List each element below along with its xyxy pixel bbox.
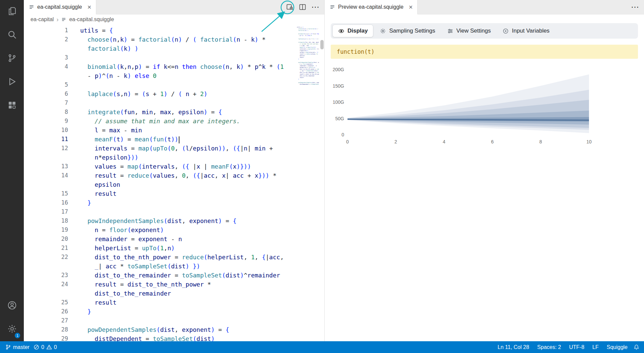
problems-item[interactable]: 0 0 <box>32 341 59 353</box>
code-row[interactable]: 10 l = max - min <box>24 126 296 135</box>
code-row[interactable]: 6 laplace(s,n) = (s + 1) / ( n + 2) <box>24 89 296 98</box>
code-row[interactable]: 5 <box>24 80 296 89</box>
code-row[interactable]: 9 // assume that min and max are integer… <box>24 117 296 126</box>
code-lines[interactable]: 1utils = {2 choose(n,k) = factorial(n) /… <box>24 26 296 341</box>
workbench: 1 ea-capital.squiggle × ⋯ ea-capital <box>0 0 644 341</box>
preview-tab-label: Input Variables <box>512 28 549 34</box>
line-number <box>24 289 68 298</box>
code-row[interactable]: 8 integrate(fun, min, max, epsilon) = { <box>24 107 296 117</box>
cursor-position[interactable]: Ln 11, Col 28 <box>496 344 531 350</box>
line-number: 10 <box>24 126 68 135</box>
account-button[interactable] <box>0 294 24 318</box>
language-mode[interactable]: Squiggle <box>605 344 630 350</box>
y-axis-tick: 150G <box>333 83 344 89</box>
code-row[interactable]: 26 } <box>24 307 296 316</box>
code-row[interactable]: - p)^(n - k) else 0 <box>24 71 296 80</box>
code-row[interactable]: 17 <box>24 207 296 216</box>
preview-tab-close-icon[interactable]: × <box>409 4 413 10</box>
code-row[interactable]: dist_to_the_remainder <box>24 289 296 298</box>
line-number: 11 <box>24 135 68 144</box>
preview-panel: Preview ea-capital.squiggle × ⋯ DisplayS… <box>324 0 644 341</box>
line-number: 5 <box>24 80 68 89</box>
code-row[interactable]: 2 choose(n,k) = factorial(n) / ( factori… <box>24 35 296 44</box>
x-axis-tick: 8 <box>539 139 542 144</box>
code-row[interactable]: factorial(k) ) <box>24 44 296 53</box>
code-row[interactable]: 4 binomial(k,n,p) = if k<=n then choose(… <box>24 62 296 71</box>
activity-item-run-debug[interactable] <box>0 71 24 94</box>
breadcrumb-folder[interactable]: ea-capital <box>31 16 54 23</box>
preview-tab-sampling-settings[interactable]: Sampling Settings <box>374 25 440 37</box>
code-row[interactable]: 1utils = { <box>24 26 296 35</box>
code-row[interactable]: 13 values = map(intervals, ({ |x | meanF… <box>24 162 296 171</box>
eol[interactable]: LF <box>590 344 601 350</box>
y-axis-tick: 50G <box>335 116 344 121</box>
line-number: 18 <box>24 216 68 225</box>
activity-item-source-control[interactable] <box>0 47 24 71</box>
breadcrumb-file[interactable]: ea-capital.squiggle <box>69 16 114 23</box>
activity-item-explorer[interactable] <box>0 0 24 24</box>
code-text: laplace(s,n) = (s + 1) / ( n + 2) <box>80 89 207 98</box>
code-text: n = floor(exponent) <box>80 225 164 234</box>
code-row[interactable]: 25 result <box>24 298 296 307</box>
line-number: 26 <box>24 307 68 316</box>
preview-tab[interactable]: Preview ea-capital.squiggle × <box>325 0 418 14</box>
git-branch-item[interactable]: master <box>3 341 32 353</box>
code-row[interactable]: 3 <box>24 53 296 62</box>
code-row[interactable]: 7 <box>24 98 296 107</box>
code-row[interactable]: 27 <box>24 316 296 325</box>
line-number: 29 <box>24 334 68 341</box>
warnings-count: 0 <box>54 344 57 350</box>
code-row[interactable]: _| acc * toSampleSet(dist) }) <box>24 262 296 271</box>
preview-tab-display[interactable]: Display <box>332 25 373 37</box>
settings-button[interactable]: 1 <box>0 318 24 341</box>
code-row[interactable]: 23 dist_to_the_remainder = toSampleSet(d… <box>24 271 296 280</box>
code-row[interactable]: 20 remainder = exponent - n <box>24 234 296 244</box>
x-axis-tick: 10 <box>586 139 592 144</box>
activity-bar: 1 <box>0 0 24 341</box>
code-row[interactable]: 11 meanF(t) = mean(fun(t)) <box>24 135 296 144</box>
code-text: choose(n,k) = factorial(n) / ( factorial… <box>80 35 266 44</box>
notifications-icon[interactable] <box>634 344 639 350</box>
code-row[interactable]: epsilon <box>24 180 296 189</box>
code-row[interactable]: 14 result = reduce(values, 0, ({|acc, x|… <box>24 171 296 180</box>
code-row[interactable]: 28 powDependentSamples(dist, exponent) =… <box>24 325 296 334</box>
editor-more-icon[interactable]: ⋯ <box>310 1 321 13</box>
encoding[interactable]: UTF-8 <box>567 344 586 350</box>
code-row[interactable]: 29 distDependent = toSampleSet(dist) <box>24 334 296 341</box>
indentation[interactable]: Spaces: 2 <box>535 344 563 350</box>
y-axis-tick: 100G <box>333 99 344 105</box>
warnings-icon <box>46 344 52 350</box>
activity-item-search[interactable] <box>0 24 24 47</box>
activity-item-extensions[interactable] <box>0 94 24 118</box>
panel-more-icon[interactable]: ⋯ <box>629 1 641 13</box>
code-row[interactable]: 21 helperList = upTo(1,n) <box>24 244 296 253</box>
preview-tab-label: View Settings <box>457 28 491 34</box>
preview-tab-input-variables[interactable]: Input Variables <box>497 25 555 37</box>
code-row[interactable]: n*epsilon})) <box>24 153 296 162</box>
code-row[interactable]: 22 dist_to_the_nth_power = reduce(helper… <box>24 253 296 262</box>
code-row[interactable]: 18 powIndependentSamples(dist, exponent)… <box>24 216 296 225</box>
code-text: utils = { <box>80 26 113 35</box>
run-debug-icon <box>7 77 17 88</box>
code-row[interactable]: 16 } <box>24 198 296 207</box>
code-row[interactable]: 15 result <box>24 189 296 198</box>
editor-tab[interactable]: ea-capital.squiggle × <box>24 0 96 14</box>
line-number: 22 <box>24 253 68 262</box>
tab-close-icon[interactable]: × <box>87 4 91 10</box>
line-number: 9 <box>24 117 68 126</box>
code-row[interactable]: 12 intervals = map(upTo(0, (l/epsilon)),… <box>24 144 296 153</box>
scrollbar-thumb[interactable] <box>320 40 324 49</box>
line-number: 8 <box>24 107 68 117</box>
open-preview-icon[interactable] <box>284 1 296 13</box>
preview-tab-view-settings[interactable]: View Settings <box>442 25 496 37</box>
line-number <box>24 153 68 162</box>
code-row[interactable]: 19 n = floor(exponent) <box>24 225 296 234</box>
split-editor-icon[interactable] <box>297 1 308 13</box>
editor[interactable]: 1utils = {2 choose(n,k) = factorial(n) /… <box>24 25 324 341</box>
code-text: l = max - min <box>80 126 142 135</box>
minimap[interactable]: utils = { choose(n,k) = factorial(n) / (… <box>297 27 319 228</box>
code-text: result = reduce(values, 0, ({|acc, x| ac… <box>80 171 276 180</box>
code-row[interactable]: 24 result = dist_to_the_nth_power * <box>24 280 296 289</box>
panel-actions: ⋯ <box>629 0 644 14</box>
code-text: intervals = map(upTo(0, (l/epsilon)), ({… <box>80 144 273 153</box>
